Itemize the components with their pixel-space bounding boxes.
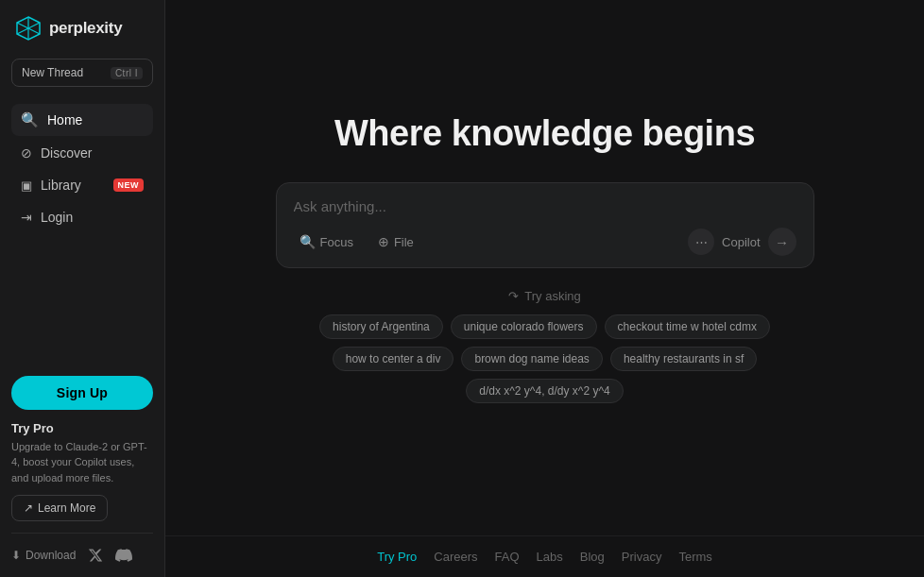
try-pro-description: Upgrade to Claude-2 or GPT-4, boost your… (11, 439, 153, 486)
focus-label: Focus (320, 235, 353, 249)
library-new-badge: NEW (113, 178, 145, 192)
main-center: Where knowledge begins 🔍 Focus ⊕ File ⋯ (165, 0, 924, 535)
try-pro-title: Try Pro (11, 421, 153, 435)
footer-link-labs[interactable]: Labs (537, 550, 563, 564)
download-icon: ⬇ (11, 549, 21, 562)
footer-link-careers[interactable]: Careers (434, 550, 477, 564)
footer-link-blog[interactable]: Blog (580, 550, 605, 564)
focus-icon: 🔍 (299, 234, 316, 249)
suggestion-tags: history of Argentina unique colorado flo… (262, 314, 829, 403)
copilot-button[interactable]: Copilot (722, 235, 760, 249)
try-pro-section: Try Pro Upgrade to Claude-2 or GPT-4, bo… (11, 410, 153, 522)
library-icon: ▣ (21, 178, 32, 193)
search-box: 🔍 Focus ⊕ File ⋯ Copilot → (276, 182, 814, 268)
options-button[interactable]: ⋯ (688, 229, 714, 255)
suggestion-tag-4[interactable]: brown dog name ideas (461, 347, 602, 371)
options-icon: ⋯ (695, 235, 708, 249)
sidebar-item-discover[interactable]: ⊘ Discover (11, 138, 153, 168)
headline: Where knowledge begins (334, 113, 755, 154)
submit-arrow-icon: → (775, 234, 789, 250)
signup-button[interactable]: Sign Up (11, 376, 153, 410)
sidebar-item-home[interactable]: 🔍 Home (11, 104, 153, 136)
logo-text: perplexity (49, 19, 122, 38)
suggestions-area: ↷ Try asking history of Argentina unique… (262, 289, 829, 403)
new-thread-button[interactable]: New Thread Ctrl I (11, 59, 153, 87)
footer-link-privacy[interactable]: Privacy (622, 550, 662, 564)
logo-area: perplexity (11, 13, 153, 43)
footer-link-terms[interactable]: Terms (678, 550, 711, 564)
sidebar: perplexity New Thread Ctrl I 🔍 Home ⊘ Di… (0, 0, 165, 577)
toolbar-right: ⋯ Copilot → (688, 228, 796, 256)
search-input[interactable] (294, 198, 796, 214)
try-asking-label: ↷ Try asking (262, 289, 829, 303)
new-thread-kbd: Ctrl I (111, 67, 143, 79)
sidebar-item-discover-label: Discover (41, 145, 92, 161)
sidebar-item-home-label: Home (47, 112, 82, 127)
sidebar-item-library[interactable]: ▣ Library NEW (11, 170, 153, 200)
download-button[interactable]: ⬇ Download (11, 549, 76, 562)
sidebar-item-login-label: Login (41, 210, 73, 225)
submit-button[interactable]: → (768, 228, 796, 256)
nav-items: 🔍 Home ⊘ Discover ▣ Library NEW ⇥ Login (11, 104, 153, 366)
sidebar-footer: ⬇ Download (11, 533, 153, 564)
download-label: Download (26, 549, 76, 562)
try-asking-icon: ↷ (508, 289, 519, 303)
footer-link-try-pro[interactable]: Try Pro (377, 550, 417, 564)
suggestion-tag-5[interactable]: healthy restaurants in sf (610, 347, 757, 371)
suggestion-tag-2[interactable]: checkout time w hotel cdmx (605, 314, 770, 339)
suggestion-tag-1[interactable]: unique colorado flowers (451, 314, 597, 339)
suggestion-tag-6[interactable]: d/dx x^2 y^4, d/dy x^2 y^4 (466, 379, 624, 403)
suggestion-tag-0[interactable]: history of Argentina (319, 314, 443, 339)
learn-more-arrow-icon: ↗ (24, 501, 33, 515)
suggestion-tag-3[interactable]: how to center a div (333, 347, 454, 371)
new-thread-label: New Thread (22, 66, 83, 79)
search-toolbar: 🔍 Focus ⊕ File ⋯ Copilot → (294, 228, 796, 256)
main-footer: Try Pro Careers FAQ Labs Blog Privacy Te… (165, 535, 924, 577)
file-label: File (394, 235, 414, 249)
home-icon: 🔍 (21, 111, 39, 128)
twitter-icon[interactable] (87, 547, 104, 564)
discover-icon: ⊘ (21, 145, 32, 161)
discord-icon[interactable] (115, 547, 132, 564)
sidebar-item-login[interactable]: ⇥ Login (11, 202, 153, 232)
learn-more-label: Learn More (38, 501, 95, 515)
focus-button[interactable]: 🔍 Focus (294, 230, 359, 253)
main-content: Where knowledge begins 🔍 Focus ⊕ File ⋯ (165, 0, 924, 577)
sidebar-item-library-label: Library (41, 178, 81, 193)
copilot-label: Copilot (722, 235, 760, 249)
perplexity-logo-icon (15, 15, 42, 42)
file-button[interactable]: ⊕ File (372, 230, 419, 253)
login-icon: ⇥ (21, 210, 32, 225)
footer-link-faq[interactable]: FAQ (495, 550, 520, 564)
file-icon: ⊕ (378, 234, 389, 249)
learn-more-button[interactable]: ↗ Learn More (11, 495, 108, 521)
